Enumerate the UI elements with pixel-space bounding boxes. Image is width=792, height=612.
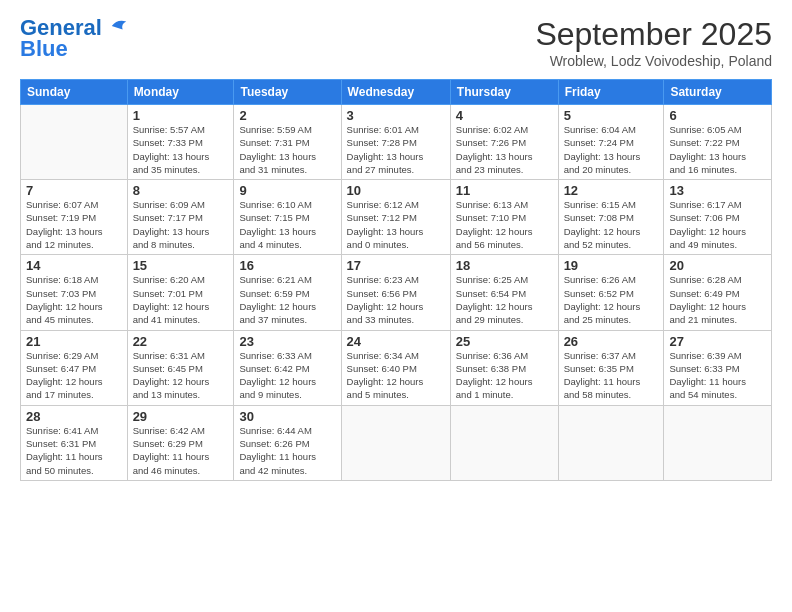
day-cell: 23Sunrise: 6:33 AM Sunset: 6:42 PM Dayli… (234, 330, 341, 405)
day-number: 11 (456, 183, 553, 198)
day-cell: 8Sunrise: 6:09 AM Sunset: 7:17 PM Daylig… (127, 180, 234, 255)
month-title: September 2025 (535, 16, 772, 53)
day-cell: 24Sunrise: 6:34 AM Sunset: 6:40 PM Dayli… (341, 330, 450, 405)
day-cell: 22Sunrise: 6:31 AM Sunset: 6:45 PM Dayli… (127, 330, 234, 405)
day-cell: 15Sunrise: 6:20 AM Sunset: 7:01 PM Dayli… (127, 255, 234, 330)
day-info: Sunrise: 5:59 AM Sunset: 7:31 PM Dayligh… (239, 123, 335, 176)
day-cell: 16Sunrise: 6:21 AM Sunset: 6:59 PM Dayli… (234, 255, 341, 330)
day-cell: 7Sunrise: 6:07 AM Sunset: 7:19 PM Daylig… (21, 180, 128, 255)
day-info: Sunrise: 6:05 AM Sunset: 7:22 PM Dayligh… (669, 123, 766, 176)
day-number: 5 (564, 108, 659, 123)
day-number: 28 (26, 409, 122, 424)
day-number: 20 (669, 258, 766, 273)
day-cell: 11Sunrise: 6:13 AM Sunset: 7:10 PM Dayli… (450, 180, 558, 255)
day-number: 24 (347, 334, 445, 349)
day-info: Sunrise: 6:01 AM Sunset: 7:28 PM Dayligh… (347, 123, 445, 176)
day-number: 7 (26, 183, 122, 198)
day-info: Sunrise: 6:09 AM Sunset: 7:17 PM Dayligh… (133, 198, 229, 251)
day-header-tuesday: Tuesday (234, 80, 341, 105)
day-cell (21, 105, 128, 180)
day-cell: 2Sunrise: 5:59 AM Sunset: 7:31 PM Daylig… (234, 105, 341, 180)
day-info: Sunrise: 6:33 AM Sunset: 6:42 PM Dayligh… (239, 349, 335, 402)
day-header-monday: Monday (127, 80, 234, 105)
day-cell: 26Sunrise: 6:37 AM Sunset: 6:35 PM Dayli… (558, 330, 664, 405)
day-cell: 1Sunrise: 5:57 AM Sunset: 7:33 PM Daylig… (127, 105, 234, 180)
day-cell (341, 405, 450, 480)
logo: General Blue (20, 16, 128, 62)
day-header-row: SundayMondayTuesdayWednesdayThursdayFrid… (21, 80, 772, 105)
day-cell: 6Sunrise: 6:05 AM Sunset: 7:22 PM Daylig… (664, 105, 772, 180)
day-info: Sunrise: 6:02 AM Sunset: 7:26 PM Dayligh… (456, 123, 553, 176)
day-header-saturday: Saturday (664, 80, 772, 105)
day-number: 29 (133, 409, 229, 424)
calendar: SundayMondayTuesdayWednesdayThursdayFrid… (20, 79, 772, 481)
week-row-5: 28Sunrise: 6:41 AM Sunset: 6:31 PM Dayli… (21, 405, 772, 480)
day-cell: 19Sunrise: 6:26 AM Sunset: 6:52 PM Dayli… (558, 255, 664, 330)
day-cell: 5Sunrise: 6:04 AM Sunset: 7:24 PM Daylig… (558, 105, 664, 180)
day-number: 21 (26, 334, 122, 349)
day-cell: 12Sunrise: 6:15 AM Sunset: 7:08 PM Dayli… (558, 180, 664, 255)
day-cell: 14Sunrise: 6:18 AM Sunset: 7:03 PM Dayli… (21, 255, 128, 330)
day-info: Sunrise: 6:34 AM Sunset: 6:40 PM Dayligh… (347, 349, 445, 402)
day-cell: 27Sunrise: 6:39 AM Sunset: 6:33 PM Dayli… (664, 330, 772, 405)
day-info: Sunrise: 6:31 AM Sunset: 6:45 PM Dayligh… (133, 349, 229, 402)
day-info: Sunrise: 6:28 AM Sunset: 6:49 PM Dayligh… (669, 273, 766, 326)
day-number: 13 (669, 183, 766, 198)
day-info: Sunrise: 6:10 AM Sunset: 7:15 PM Dayligh… (239, 198, 335, 251)
day-number: 27 (669, 334, 766, 349)
day-cell (558, 405, 664, 480)
week-row-4: 21Sunrise: 6:29 AM Sunset: 6:47 PM Dayli… (21, 330, 772, 405)
day-cell: 18Sunrise: 6:25 AM Sunset: 6:54 PM Dayli… (450, 255, 558, 330)
day-info: Sunrise: 6:23 AM Sunset: 6:56 PM Dayligh… (347, 273, 445, 326)
day-number: 8 (133, 183, 229, 198)
day-info: Sunrise: 6:15 AM Sunset: 7:08 PM Dayligh… (564, 198, 659, 251)
day-info: Sunrise: 6:25 AM Sunset: 6:54 PM Dayligh… (456, 273, 553, 326)
day-info: Sunrise: 6:26 AM Sunset: 6:52 PM Dayligh… (564, 273, 659, 326)
day-info: Sunrise: 6:13 AM Sunset: 7:10 PM Dayligh… (456, 198, 553, 251)
day-info: Sunrise: 6:44 AM Sunset: 6:26 PM Dayligh… (239, 424, 335, 477)
day-number: 12 (564, 183, 659, 198)
day-cell (664, 405, 772, 480)
day-number: 15 (133, 258, 229, 273)
day-number: 17 (347, 258, 445, 273)
day-header-friday: Friday (558, 80, 664, 105)
day-info: Sunrise: 6:17 AM Sunset: 7:06 PM Dayligh… (669, 198, 766, 251)
day-number: 9 (239, 183, 335, 198)
day-info: Sunrise: 6:12 AM Sunset: 7:12 PM Dayligh… (347, 198, 445, 251)
day-info: Sunrise: 6:41 AM Sunset: 6:31 PM Dayligh… (26, 424, 122, 477)
day-info: Sunrise: 6:36 AM Sunset: 6:38 PM Dayligh… (456, 349, 553, 402)
day-cell: 17Sunrise: 6:23 AM Sunset: 6:56 PM Dayli… (341, 255, 450, 330)
day-header-sunday: Sunday (21, 80, 128, 105)
day-cell: 20Sunrise: 6:28 AM Sunset: 6:49 PM Dayli… (664, 255, 772, 330)
week-row-2: 7Sunrise: 6:07 AM Sunset: 7:19 PM Daylig… (21, 180, 772, 255)
day-number: 4 (456, 108, 553, 123)
day-cell: 3Sunrise: 6:01 AM Sunset: 7:28 PM Daylig… (341, 105, 450, 180)
day-info: Sunrise: 6:04 AM Sunset: 7:24 PM Dayligh… (564, 123, 659, 176)
day-number: 18 (456, 258, 553, 273)
day-info: Sunrise: 5:57 AM Sunset: 7:33 PM Dayligh… (133, 123, 229, 176)
day-info: Sunrise: 6:42 AM Sunset: 6:29 PM Dayligh… (133, 424, 229, 477)
day-header-wednesday: Wednesday (341, 80, 450, 105)
location: Wroblew, Lodz Voivodeship, Poland (535, 53, 772, 69)
day-info: Sunrise: 6:18 AM Sunset: 7:03 PM Dayligh… (26, 273, 122, 326)
week-row-1: 1Sunrise: 5:57 AM Sunset: 7:33 PM Daylig… (21, 105, 772, 180)
day-number: 3 (347, 108, 445, 123)
day-number: 10 (347, 183, 445, 198)
day-header-thursday: Thursday (450, 80, 558, 105)
day-info: Sunrise: 6:39 AM Sunset: 6:33 PM Dayligh… (669, 349, 766, 402)
day-number: 1 (133, 108, 229, 123)
day-cell: 13Sunrise: 6:17 AM Sunset: 7:06 PM Dayli… (664, 180, 772, 255)
day-number: 26 (564, 334, 659, 349)
day-info: Sunrise: 6:29 AM Sunset: 6:47 PM Dayligh… (26, 349, 122, 402)
day-number: 25 (456, 334, 553, 349)
week-row-3: 14Sunrise: 6:18 AM Sunset: 7:03 PM Dayli… (21, 255, 772, 330)
day-number: 2 (239, 108, 335, 123)
day-info: Sunrise: 6:37 AM Sunset: 6:35 PM Dayligh… (564, 349, 659, 402)
day-cell: 28Sunrise: 6:41 AM Sunset: 6:31 PM Dayli… (21, 405, 128, 480)
day-info: Sunrise: 6:20 AM Sunset: 7:01 PM Dayligh… (133, 273, 229, 326)
day-number: 6 (669, 108, 766, 123)
day-cell: 4Sunrise: 6:02 AM Sunset: 7:26 PM Daylig… (450, 105, 558, 180)
day-number: 14 (26, 258, 122, 273)
day-cell: 29Sunrise: 6:42 AM Sunset: 6:29 PM Dayli… (127, 405, 234, 480)
day-number: 30 (239, 409, 335, 424)
